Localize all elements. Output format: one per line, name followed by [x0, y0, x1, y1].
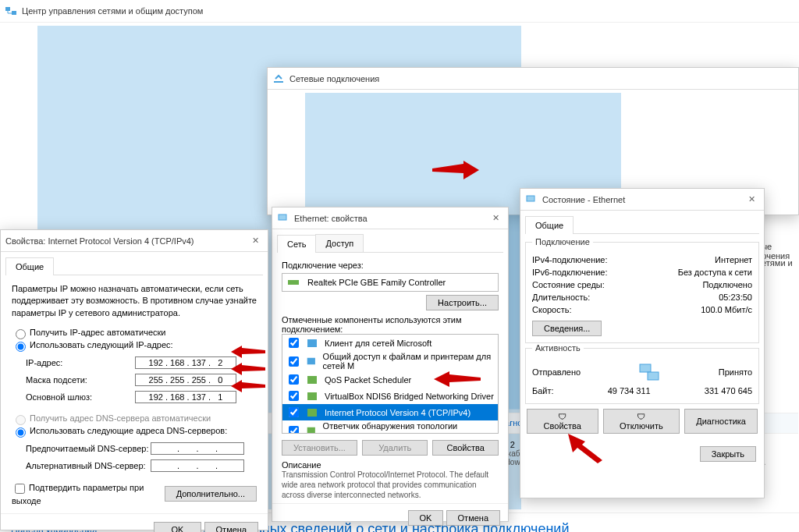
comp-check[interactable] — [289, 374, 299, 385]
speed-value: 100.0 Мбит/с — [701, 305, 752, 314]
dns1-input[interactable] — [151, 442, 244, 455]
media-value: Подключено — [702, 280, 752, 289]
manual-ip-radio[interactable]: Использовать следующий IP-адрес: — [12, 340, 173, 349]
grp-connection: Подключение — [532, 237, 593, 246]
remove-button[interactable]: Удалить — [362, 440, 428, 456]
adapter-icon — [287, 276, 300, 289]
cancel-button[interactable]: Отмена — [446, 510, 500, 526]
activity-icon — [634, 361, 665, 383]
vbox-icon — [306, 390, 318, 403]
svg-rect-0 — [5, 7, 10, 11]
comp-check[interactable] — [289, 426, 299, 434]
grp-activity: Активность — [532, 343, 584, 353]
main-titlebar: Центр управления сетями и общим доступом — [0, 0, 799, 22]
desc-text: Transmission Control Protocol/Internet P… — [282, 470, 499, 500]
details-button[interactable]: Сведения... — [532, 321, 602, 336]
close-icon[interactable]: ✕ — [492, 213, 503, 223]
dur-value: 05:23:50 — [719, 293, 752, 302]
status-window: Состояние - Ethernet ✕ Общие Подключение… — [520, 188, 765, 498]
svg-rect-15 — [648, 372, 659, 380]
protocol-icon — [306, 424, 317, 434]
ipv4-tabs: Общие — [5, 257, 263, 275]
recv-label: Принято — [719, 367, 752, 377]
props-button[interactable]: 🛡 Свойства — [527, 409, 598, 434]
tab-general[interactable]: Общие — [5, 257, 54, 275]
gw-input[interactable] — [135, 391, 236, 403]
connect-via-label: Подключение через: — [282, 261, 499, 270]
install-button[interactable]: Установить... — [282, 440, 357, 456]
mask-label: Маска подсети: — [26, 375, 135, 385]
share-icon — [306, 355, 317, 367]
conn-title: Сетевые подключения — [289, 74, 794, 83]
tab-access[interactable]: Доступ — [315, 234, 364, 252]
svg-rect-16 — [279, 215, 286, 220]
sent-value: 49 734 311 — [608, 386, 651, 395]
svg-rect-13 — [527, 196, 534, 201]
ip-input[interactable] — [135, 356, 236, 369]
ipv4-window: Свойства: Internet Protocol Version 4 (T… — [0, 229, 268, 530]
svg-rect-18 — [307, 339, 317, 347]
used-label: Отмеченные компоненты используются этим … — [282, 315, 499, 334]
comp-props-button[interactable]: Свойства — [432, 440, 499, 456]
mask-input[interactable] — [135, 374, 236, 386]
status-titlebar: Состояние - Ethernet ✕ — [520, 189, 764, 211]
ok-button[interactable]: OK — [154, 522, 202, 532]
status-title: Состояние - Ethernet — [542, 195, 748, 204]
props-tabs: Сеть Доступ — [277, 234, 503, 253]
props-titlebar: Ethernet: свойства ✕ — [272, 207, 508, 229]
props-title: Ethernet: свойства — [294, 214, 492, 223]
svg-rect-21 — [307, 392, 317, 400]
advanced-button[interactable]: Дополнительно... — [165, 486, 257, 502]
client-icon — [306, 337, 318, 349]
svg-rect-17 — [288, 280, 299, 285]
network-center-icon — [5, 5, 17, 17]
shield-icon: 🛡 — [637, 412, 645, 421]
close-button[interactable]: Закрыть — [700, 446, 756, 462]
close-icon[interactable]: ✕ — [748, 194, 759, 204]
cancel-button[interactable]: Отмена — [204, 522, 258, 532]
svg-rect-1 — [12, 11, 16, 15]
speed-label: Скорость: — [532, 305, 572, 314]
validate-check[interactable]: Подтвердить параметры при выходе — [12, 481, 165, 505]
ipv6-value: Без доступа к сети — [678, 268, 752, 277]
tab-net[interactable]: Сеть — [277, 235, 316, 253]
ipv4-titlebar: Свойства: Internet Protocol Version 4 (T… — [1, 230, 268, 252]
comp-check[interactable] — [289, 391, 299, 401]
disable-button[interactable]: 🛡 Отключить — [603, 409, 680, 434]
eth-props-window: Ethernet: свойства ✕ Сеть Доступ Подключ… — [272, 207, 509, 522]
comp-check[interactable] — [289, 407, 299, 417]
ethernet-icon — [277, 212, 289, 225]
desc-heading: Описание — [282, 460, 499, 470]
intro-text: Параметры IP можно назначать автоматичес… — [12, 283, 257, 319]
tab-general[interactable]: Общие — [525, 216, 574, 234]
ipv6-label: IPv6-подключение: — [532, 268, 608, 277]
dns1-label: Предпочитаемый DNS-сервер: — [26, 444, 151, 453]
shield-icon: 🛡 — [558, 412, 566, 421]
ok-button[interactable]: OK — [408, 510, 444, 526]
ipv4-value: Интернет — [715, 255, 752, 264]
protocol-icon — [306, 406, 318, 419]
conn-titlebar: Сетевые подключения — [268, 68, 798, 90]
comp-check[interactable] — [289, 338, 299, 348]
dns2-input[interactable] — [151, 459, 244, 472]
dur-label: Длительность: — [532, 293, 590, 302]
manual-dns-radio[interactable]: Использовать следующие адреса DNS-сервер… — [12, 426, 227, 435]
configure-button[interactable]: Настроить... — [426, 295, 499, 310]
auto-ip-radio[interactable]: Получить IP-адрес автоматически — [12, 328, 165, 337]
recv-value: 331 470 645 — [705, 386, 752, 395]
svg-rect-23 — [307, 427, 315, 434]
sent-label: Отправлено — [532, 367, 581, 377]
ipv4-label: IPv4-подключение: — [532, 255, 608, 264]
svg-rect-22 — [307, 409, 317, 417]
close-icon[interactable]: ✕ — [252, 236, 263, 246]
svg-rect-14 — [640, 364, 651, 372]
component-list[interactable]: Клиент для сетей Microsoft Общий доступ … — [282, 334, 499, 434]
bytes-label: Байт: — [532, 386, 554, 395]
comp-check[interactable] — [289, 356, 299, 367]
dns2-label: Альтернативный DNS-сервер: — [26, 461, 151, 470]
auto-dns-radio: Получить адрес DNS-сервера автоматически — [12, 413, 211, 423]
main-title: Центр управления сетями и общим доступом — [22, 6, 794, 16]
diag-button[interactable]: Диагностика — [684, 409, 758, 434]
ip-label: IP-адрес: — [26, 358, 135, 367]
conn-icon — [272, 73, 285, 85]
